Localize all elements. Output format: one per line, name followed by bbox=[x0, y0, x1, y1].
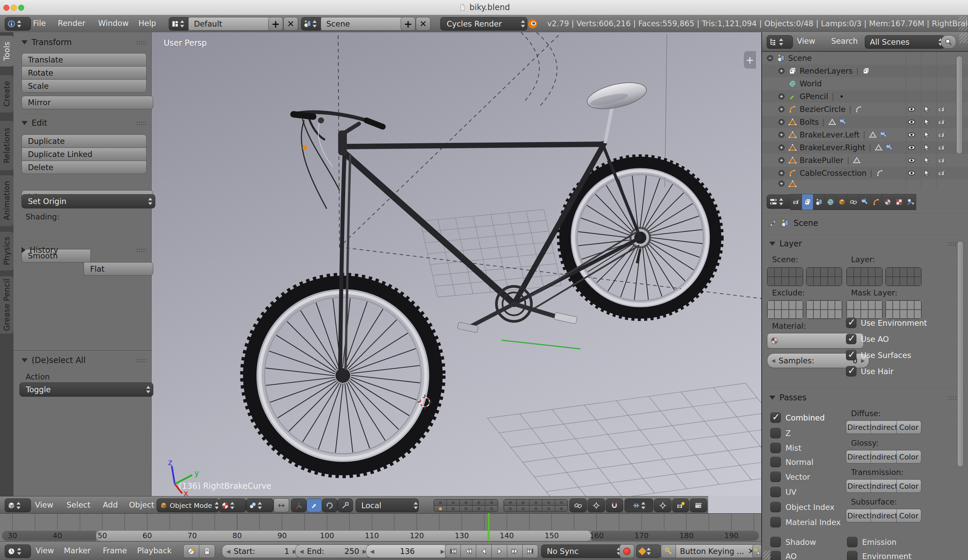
scale-manipulator-button[interactable] bbox=[337, 499, 353, 512]
manipulate-centers-button[interactable] bbox=[569, 499, 587, 512]
layer-cell[interactable] bbox=[796, 310, 803, 319]
layer-cell[interactable] bbox=[517, 505, 529, 512]
menu-search[interactable]: Search bbox=[831, 36, 858, 45]
scene-name-field[interactable]: Scene bbox=[321, 17, 406, 31]
stepper-arrows[interactable] bbox=[16, 501, 21, 510]
pass-toggle-environment[interactable]: Environment bbox=[847, 551, 912, 560]
layer-cell[interactable] bbox=[854, 300, 861, 310]
layer-cell[interactable] bbox=[875, 277, 882, 286]
transform-rotate-button[interactable]: Rotate bbox=[22, 66, 147, 80]
record-button[interactable] bbox=[620, 545, 634, 558]
pass-button-color[interactable]: Color bbox=[897, 509, 921, 522]
play-button[interactable] bbox=[491, 545, 507, 558]
layer-cell[interactable] bbox=[820, 310, 827, 319]
pass-toggle-combined[interactable]: Combined bbox=[771, 413, 825, 423]
corner-resize-handle[interactable] bbox=[763, 550, 771, 559]
checkbox-box[interactable] bbox=[846, 366, 857, 376]
auto-keying-button[interactable] bbox=[636, 545, 661, 558]
stepper-arrows[interactable] bbox=[230, 501, 235, 510]
previous-keyframe-button[interactable] bbox=[461, 545, 476, 558]
menu-view[interactable]: View bbox=[797, 36, 816, 45]
layer-cell[interactable] bbox=[767, 268, 774, 277]
next-keyframe-button[interactable] bbox=[507, 545, 523, 558]
checkbox-box[interactable] bbox=[847, 537, 857, 547]
layer-cell[interactable] bbox=[472, 505, 485, 512]
layer-cell[interactable] bbox=[434, 499, 447, 505]
stepper-arrows[interactable] bbox=[778, 37, 784, 47]
layer-cell[interactable] bbox=[774, 310, 781, 319]
jump-to-end-button[interactable] bbox=[522, 545, 538, 558]
layer-cell[interactable] bbox=[781, 277, 789, 286]
toolshelf-tab-physics[interactable]: Physics bbox=[0, 231, 14, 271]
transform-orientation-select[interactable]: Local bbox=[356, 499, 419, 512]
layer-cell[interactable] bbox=[900, 300, 907, 310]
layer-cell[interactable] bbox=[542, 505, 555, 512]
panel-grip[interactable] bbox=[948, 242, 958, 246]
stepper-arrows[interactable] bbox=[778, 197, 784, 206]
checkbox-box[interactable] bbox=[847, 551, 857, 560]
stepper-arrows[interactable] bbox=[17, 547, 22, 556]
layer-cell[interactable] bbox=[847, 268, 854, 277]
pass-toggle-mist[interactable]: Mist bbox=[771, 443, 801, 453]
layer-cell[interactable] bbox=[814, 300, 820, 310]
transform-scale-button[interactable]: Scale bbox=[22, 80, 147, 93]
menu-select[interactable]: Select bbox=[66, 500, 90, 509]
layer-cell[interactable] bbox=[886, 277, 893, 286]
screen-layout-field[interactable]: Default bbox=[188, 17, 273, 31]
layer-cell[interactable] bbox=[893, 300, 900, 310]
move-manipulator-button[interactable] bbox=[307, 499, 322, 512]
checkbox-box[interactable] bbox=[771, 428, 781, 438]
render-layers-grid[interactable] bbox=[885, 267, 922, 286]
outliner-scrollbar[interactable] bbox=[956, 56, 963, 154]
properties-tab-material[interactable] bbox=[882, 194, 893, 210]
checkbox-box[interactable] bbox=[771, 413, 781, 423]
properties-tab-render[interactable] bbox=[790, 194, 802, 210]
menu-help[interactable]: Help bbox=[138, 19, 156, 28]
panel-grip[interactable] bbox=[948, 396, 958, 400]
layer-cell[interactable] bbox=[459, 499, 472, 505]
lock-time-button[interactable] bbox=[199, 545, 215, 558]
checkbox-use-environment[interactable]: Use Environment bbox=[846, 318, 927, 328]
pass-button-indirect[interactable]: Indirect bbox=[870, 509, 897, 522]
frame-start-field[interactable]: ◀Start: 1▶ bbox=[222, 545, 301, 558]
mirror-button[interactable]: Mirror bbox=[22, 96, 153, 109]
layer-cell[interactable] bbox=[542, 499, 555, 505]
menu-render[interactable]: Render bbox=[58, 19, 85, 28]
layer-cell[interactable] bbox=[820, 277, 827, 286]
pass-toggle-uv[interactable]: UV bbox=[771, 487, 797, 497]
properties-tab-modifiers[interactable] bbox=[859, 194, 870, 210]
region-divider[interactable] bbox=[13, 350, 151, 351]
jump-to-start-button[interactable] bbox=[445, 545, 461, 558]
editor-type-info-button[interactable] bbox=[5, 17, 31, 31]
pivot-point-select[interactable] bbox=[246, 499, 273, 512]
outliner-item-renderlayers[interactable]: RenderLayers| bbox=[762, 65, 968, 77]
checkbox-use-ao[interactable]: Use AO bbox=[846, 334, 889, 344]
layer-visibility-grid[interactable] bbox=[504, 499, 568, 512]
stepper-arrows[interactable] bbox=[257, 501, 262, 510]
stepper-arrows[interactable] bbox=[520, 19, 525, 28]
layer-cell[interactable] bbox=[459, 505, 472, 512]
layer-cell[interactable] bbox=[861, 310, 868, 319]
layer-cell[interactable] bbox=[555, 499, 568, 505]
toolshelf-tab-grease-pencil[interactable]: Grease Pencil bbox=[0, 276, 14, 334]
layer-cell[interactable] bbox=[914, 310, 921, 319]
stepper-arrows[interactable] bbox=[146, 385, 151, 394]
layer-cell[interactable] bbox=[875, 310, 882, 319]
toolshelf-tab-tools[interactable]: Tools bbox=[0, 35, 14, 67]
layer-cell[interactable] bbox=[861, 277, 868, 286]
layer-cell[interactable] bbox=[875, 268, 882, 277]
panel-header-layer[interactable]: Layer bbox=[769, 239, 963, 249]
layer-cell[interactable] bbox=[806, 277, 814, 286]
pass-toggle-object-index[interactable]: Object Index bbox=[771, 502, 835, 512]
layer-cell[interactable] bbox=[789, 310, 796, 319]
properties-tab-render-layers[interactable] bbox=[802, 194, 814, 210]
menu-window[interactable]: Window bbox=[98, 19, 129, 28]
pass-toggle-vector[interactable]: Vector bbox=[771, 472, 810, 482]
timeline-ticks[interactable] bbox=[0, 513, 761, 530]
layer-cell[interactable] bbox=[485, 505, 498, 512]
menu-frame[interactable]: Frame bbox=[103, 546, 127, 555]
render-layers-grid[interactable] bbox=[846, 267, 883, 286]
outliner-scope-select[interactable]: All Scenes bbox=[865, 35, 945, 49]
pass-button-indirect[interactable]: Indirect bbox=[870, 479, 897, 493]
frame-end-field[interactable]: ◀End: 250▶ bbox=[295, 545, 371, 558]
